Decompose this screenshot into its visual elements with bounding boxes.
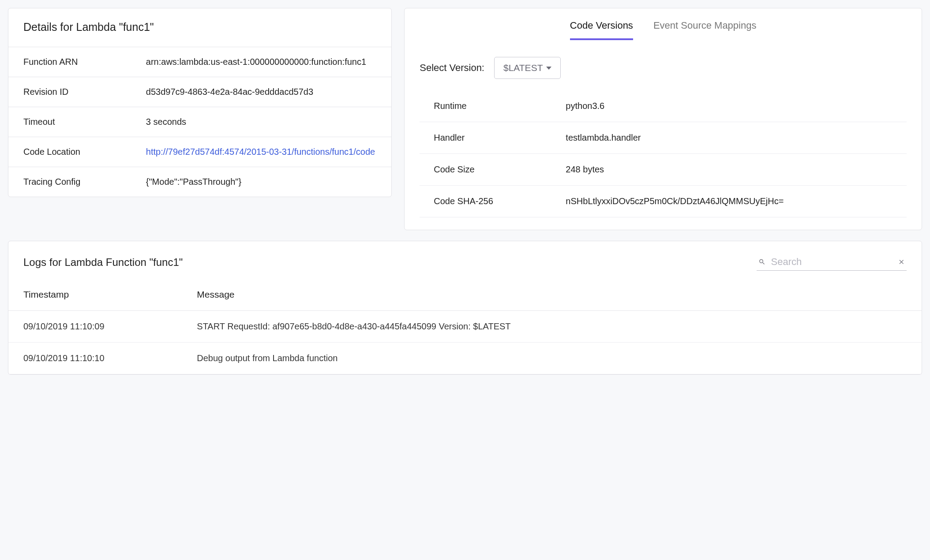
details-row: Function ARNarn:aws:lambda:us-east-1:000… bbox=[8, 47, 391, 77]
logs-table: Timestamp Message 09/10/2019 11:10:09STA… bbox=[8, 279, 922, 374]
tab-event-source-mappings[interactable]: Event Source Mappings bbox=[653, 16, 757, 40]
logs-title: Logs for Lambda Function "func1" bbox=[23, 256, 183, 269]
details-key: Tracing Config bbox=[8, 167, 131, 197]
search-input[interactable] bbox=[771, 256, 892, 268]
details-value: 3 seconds bbox=[131, 107, 391, 137]
details-key: Function ARN bbox=[8, 47, 131, 77]
version-kv-key: Code Size bbox=[420, 164, 566, 175]
details-value: d53d97c9-4863-4e2a-84ac-9edddacd57d3 bbox=[131, 77, 391, 107]
search-icon bbox=[758, 257, 766, 267]
search-field[interactable] bbox=[757, 254, 907, 271]
logs-col-timestamp[interactable]: Timestamp bbox=[8, 279, 182, 311]
version-kv-value: testlambda.handler bbox=[566, 133, 907, 143]
log-row: 09/10/2019 11:10:10Debug output from Lam… bbox=[8, 343, 922, 374]
tab-code-versions[interactable]: Code Versions bbox=[570, 16, 633, 40]
details-row: Revision IDd53d97c9-4863-4e2a-84ac-9eddd… bbox=[8, 77, 391, 107]
details-row: Code Locationhttp://79ef27d574df:4574/20… bbox=[8, 137, 391, 167]
details-table: Function ARNarn:aws:lambda:us-east-1:000… bbox=[8, 47, 391, 197]
details-value: arn:aws:lambda:us-east-1:000000000000:fu… bbox=[131, 47, 391, 77]
code-location-link[interactable]: http://79ef27d574df:4574/2015-03-31/func… bbox=[146, 147, 375, 157]
details-value: {"Mode":"PassThrough"} bbox=[131, 167, 391, 197]
version-kv-row: Handlertestlambda.handler bbox=[420, 122, 907, 154]
version-kv-value: 248 bytes bbox=[566, 164, 907, 175]
details-card: Details for Lambda "func1" Function ARNa… bbox=[8, 8, 392, 197]
close-icon[interactable] bbox=[898, 257, 905, 267]
version-kv-key: Runtime bbox=[420, 101, 566, 111]
select-version-label: Select Version: bbox=[420, 62, 484, 74]
version-kv-value: nSHbLtlyxxiDOv5czP5m0Ck/DDztA46JlQMMSUyE… bbox=[566, 196, 907, 206]
versions-card: Code VersionsEvent Source Mappings Selec… bbox=[404, 8, 922, 230]
version-select-row: Select Version: $LATEST bbox=[405, 40, 922, 90]
tabs: Code VersionsEvent Source Mappings bbox=[405, 8, 922, 40]
version-dropdown-button[interactable]: $LATEST bbox=[494, 57, 561, 79]
details-key: Code Location bbox=[8, 137, 131, 167]
version-kv-row: Code Size248 bytes bbox=[420, 154, 907, 186]
details-title: Details for Lambda "func1" bbox=[8, 8, 391, 47]
log-row: 09/10/2019 11:10:09START RequestId: af90… bbox=[8, 311, 922, 343]
log-message: Debug output from Lambda function bbox=[182, 343, 922, 374]
version-details-list: Runtimepython3.6Handlertestlambda.handle… bbox=[405, 90, 922, 230]
details-key: Timeout bbox=[8, 107, 131, 137]
details-value[interactable]: http://79ef27d574df:4574/2015-03-31/func… bbox=[131, 137, 391, 167]
chevron-down-icon bbox=[546, 67, 551, 70]
version-kv-row: Runtimepython3.6 bbox=[420, 90, 907, 122]
details-key: Revision ID bbox=[8, 77, 131, 107]
logs-col-message[interactable]: Message bbox=[182, 279, 922, 311]
logs-card: Logs for Lambda Function "func1" Timesta… bbox=[8, 241, 922, 375]
version-kv-value: python3.6 bbox=[566, 101, 907, 111]
version-dropdown-value: $LATEST bbox=[503, 63, 543, 73]
details-row: Timeout3 seconds bbox=[8, 107, 391, 137]
log-timestamp: 09/10/2019 11:10:10 bbox=[8, 343, 182, 374]
version-kv-key: Handler bbox=[420, 133, 566, 143]
version-kv-row: Code SHA-256nSHbLtlyxxiDOv5czP5m0Ck/DDzt… bbox=[420, 186, 907, 217]
log-timestamp: 09/10/2019 11:10:09 bbox=[8, 311, 182, 343]
log-message: START RequestId: af907e65-b8d0-4d8e-a430… bbox=[182, 311, 922, 343]
version-kv-key: Code SHA-256 bbox=[420, 196, 566, 206]
details-row: Tracing Config{"Mode":"PassThrough"} bbox=[8, 167, 391, 197]
